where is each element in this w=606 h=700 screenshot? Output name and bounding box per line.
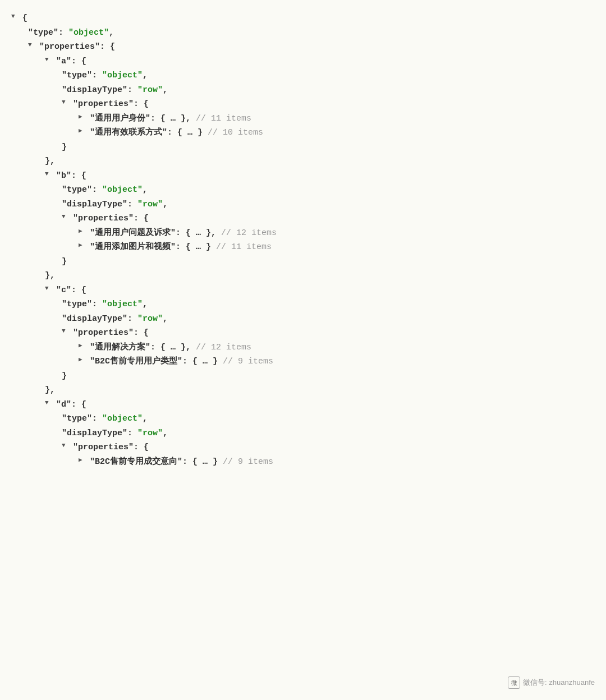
- section-a-child2-triangle[interactable]: [79, 126, 89, 136]
- section-d-child1-triangle[interactable]: [79, 455, 89, 466]
- section-c-open: "c" : {: [11, 283, 595, 298]
- section-a-child-2: "通用有效联系方式" : { … } // 10 items: [11, 126, 595, 140]
- section-a-triangle[interactable]: [45, 54, 55, 65]
- section-c-type: "type" : "object" ,: [11, 297, 595, 312]
- root-open-line: {: [11, 11, 595, 26]
- section-b-displaytype: "displayType" : "row" ,: [11, 197, 595, 212]
- section-d-properties-open: "properties" : {: [11, 440, 595, 455]
- section-b-close: },: [11, 269, 595, 283]
- properties-key: "properties": [39, 40, 100, 54]
- section-a-properties-close: }: [11, 140, 595, 155]
- section-c-key: "c": [56, 283, 71, 298]
- properties-open-line: "properties" : {: [11, 40, 595, 54]
- section-d-props-triangle[interactable]: [62, 440, 72, 451]
- section-b-child-1: "通用用户问题及诉求" : { … }, // 12 items: [11, 226, 595, 241]
- section-b-key: "b": [56, 169, 71, 183]
- section-a-open: "a" : {: [11, 54, 595, 69]
- section-b-props-triangle[interactable]: [62, 211, 72, 222]
- root-type-line: "type" : "object" ,: [11, 26, 595, 40]
- section-c-child1-triangle[interactable]: [79, 340, 89, 351]
- watermark: 微 微信号: zhuanzhuanfe: [508, 676, 595, 689]
- section-b-properties-close: }: [11, 255, 595, 269]
- watermark-text: 微信号: zhuanzhuanfe: [523, 678, 595, 688]
- section-b-open: "b" : {: [11, 169, 595, 183]
- properties-triangle[interactable]: [28, 40, 38, 50]
- type-value: "object": [68, 26, 109, 40]
- section-b-type: "type" : "object" ,: [11, 183, 595, 197]
- section-d-child-1: "B2C售前专用成交意向" : { … } // 9 items: [11, 455, 595, 469]
- section-d-key: "d": [56, 398, 71, 412]
- section-a-displaytype: "displayType" : "row" ,: [11, 83, 595, 98]
- section-b-child2-triangle[interactable]: [79, 240, 89, 251]
- section-b-triangle[interactable]: [45, 169, 55, 179]
- section-b-child1-triangle[interactable]: [79, 226, 89, 237]
- section-a-props-triangle[interactable]: [62, 97, 72, 108]
- section-d-triangle[interactable]: [45, 398, 55, 408]
- section-d-open: "d" : {: [11, 398, 595, 412]
- wechat-icon: 微: [508, 676, 520, 689]
- section-c-properties-close: }: [11, 369, 595, 384]
- root-triangle[interactable]: [11, 11, 21, 22]
- type-key: "type": [28, 26, 58, 40]
- section-a-child-1: "通用用户身份" : { … }, // 11 items: [11, 112, 595, 126]
- section-d-displaytype: "displayType" : "row" ,: [11, 426, 595, 441]
- section-c-displaytype: "displayType" : "row" ,: [11, 312, 595, 326]
- section-c-properties-open: "properties" : {: [11, 326, 595, 340]
- section-a-close: },: [11, 154, 595, 169]
- section-c-child2-triangle[interactable]: [79, 354, 89, 365]
- section-c-props-triangle[interactable]: [62, 326, 72, 337]
- section-a-key: "a": [56, 54, 71, 69]
- section-d-type: "type" : "object" ,: [11, 412, 595, 426]
- section-b-properties-open: "properties" : {: [11, 211, 595, 226]
- section-c-child-1: "通用解决方案" : { … }, // 12 items: [11, 340, 595, 355]
- section-b-child-2: "通用添加图片和视频" : { … } // 11 items: [11, 240, 595, 255]
- section-a-type: "type" : "object" ,: [11, 68, 595, 83]
- section-c-child-2: "B2C售前专用用户类型" : { … } // 9 items: [11, 354, 595, 369]
- section-c-close: },: [11, 383, 595, 398]
- root-brace-open: {: [22, 11, 27, 26]
- json-viewer: { "type" : "object" , "properties" : { "…: [0, 6, 606, 475]
- section-a-child1-triangle[interactable]: [79, 112, 89, 122]
- section-a-properties-open: "properties" : {: [11, 97, 595, 112]
- section-c-triangle[interactable]: [45, 283, 55, 294]
